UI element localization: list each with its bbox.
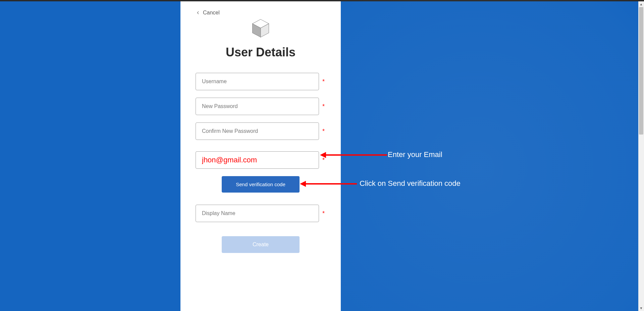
display-name-input[interactable] [196, 205, 319, 222]
required-marker: * [322, 128, 326, 135]
svg-marker-4 [320, 152, 326, 158]
confirm-password-input[interactable] [196, 122, 319, 140]
create-row: Create [196, 236, 326, 253]
vertical-scrollbar[interactable]: ▲ ▼ [638, 1, 644, 311]
required-marker: * [322, 103, 326, 110]
display-name-row: * [196, 205, 326, 222]
scrollbar-thumb[interactable] [639, 7, 643, 135]
scrollbar-down-arrow-icon[interactable]: ▼ [638, 305, 644, 311]
annotation-arrow-send-code-icon [300, 179, 357, 189]
annotation-email-hint: Enter your Email [388, 150, 442, 159]
annotation-send-code-hint: Click on Send verification code [360, 179, 461, 188]
scrollbar-up-arrow-icon[interactable]: ▲ [638, 1, 644, 7]
user-details-card: Cancel User Details * * * * Send verific… [180, 1, 341, 311]
new-password-input[interactable] [196, 98, 319, 115]
new-password-row: * [196, 98, 326, 115]
send-verification-code-button[interactable]: Send verification code [222, 176, 300, 193]
email-row: * [196, 151, 326, 169]
cube-icon [249, 16, 273, 42]
required-marker: * [322, 210, 326, 217]
confirm-password-row: * [196, 122, 326, 140]
username-row: * [196, 73, 326, 90]
svg-marker-6 [300, 181, 306, 187]
email-input[interactable] [196, 151, 319, 169]
create-button[interactable]: Create [222, 236, 300, 253]
annotation-arrow-email-icon [320, 150, 387, 160]
cancel-label: Cancel [203, 10, 220, 16]
required-marker: * [322, 78, 326, 85]
logo-wrap [196, 16, 326, 42]
cancel-button[interactable]: Cancel [196, 10, 220, 16]
username-input[interactable] [196, 73, 319, 90]
scrollbar-track[interactable] [638, 7, 644, 305]
chevron-left-icon [196, 10, 200, 15]
page-title: User Details [196, 45, 326, 59]
